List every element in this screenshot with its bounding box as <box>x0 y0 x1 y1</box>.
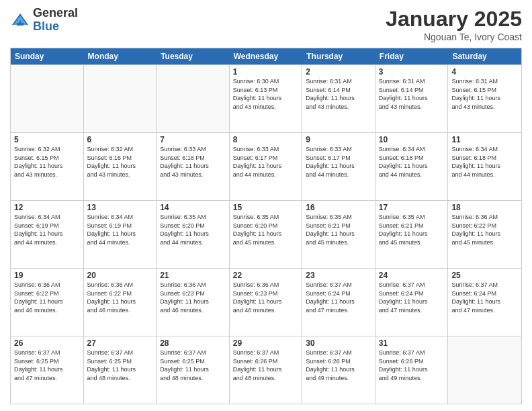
calendar-body: 1Sunrise: 6:30 AM Sunset: 6:13 PM Daylig… <box>11 64 521 404</box>
calendar-cell: 16Sunrise: 6:35 AM Sunset: 6:21 PM Dayli… <box>302 201 375 268</box>
header-day-saturday: Saturday <box>448 48 521 64</box>
day-number: 20 <box>87 271 153 280</box>
calendar-cell: 9Sunrise: 6:33 AM Sunset: 6:17 PM Daylig… <box>302 133 375 200</box>
month-title: January 2025 <box>386 7 522 32</box>
calendar-row-5: 26Sunrise: 6:37 AM Sunset: 6:25 PM Dayli… <box>11 336 521 404</box>
calendar-cell: 3Sunrise: 6:31 AM Sunset: 6:14 PM Daylig… <box>375 65 449 132</box>
header-day-tuesday: Tuesday <box>157 48 230 64</box>
header: General Blue January 2025 Ngouan Te, Ivo… <box>10 7 522 42</box>
page: General Blue January 2025 Ngouan Te, Ivo… <box>0 0 532 411</box>
title-section: January 2025 Ngouan Te, Ivory Coast <box>386 7 522 42</box>
day-number: 31 <box>379 338 445 348</box>
day-number: 3 <box>379 67 445 77</box>
day-info: Sunrise: 6:33 AM Sunset: 6:17 PM Dayligh… <box>306 145 371 179</box>
day-number: 29 <box>233 338 299 348</box>
calendar-row-4: 19Sunrise: 6:36 AM Sunset: 6:22 PM Dayli… <box>11 268 521 336</box>
day-info: Sunrise: 6:36 AM Sunset: 6:22 PM Dayligh… <box>87 281 153 314</box>
day-number: 22 <box>233 271 299 280</box>
day-number: 24 <box>379 271 445 280</box>
calendar-cell: 11Sunrise: 6:34 AM Sunset: 6:18 PM Dayli… <box>448 133 521 200</box>
day-number: 6 <box>87 135 153 144</box>
day-info: Sunrise: 6:34 AM Sunset: 6:18 PM Dayligh… <box>379 145 445 179</box>
logo-general: General <box>33 7 78 20</box>
calendar-cell: 26Sunrise: 6:37 AM Sunset: 6:25 PM Dayli… <box>11 336 84 404</box>
day-number: 23 <box>306 271 371 280</box>
calendar-cell <box>448 336 521 404</box>
day-number: 11 <box>451 135 518 144</box>
day-info: Sunrise: 6:34 AM Sunset: 6:18 PM Dayligh… <box>451 145 518 179</box>
day-number: 25 <box>451 271 518 280</box>
calendar-cell: 12Sunrise: 6:34 AM Sunset: 6:19 PM Dayli… <box>11 201 84 268</box>
day-number: 13 <box>87 203 153 212</box>
calendar-cell: 7Sunrise: 6:33 AM Sunset: 6:16 PM Daylig… <box>157 133 230 200</box>
day-info: Sunrise: 6:36 AM Sunset: 6:22 PM Dayligh… <box>14 281 80 314</box>
day-info: Sunrise: 6:37 AM Sunset: 6:24 PM Dayligh… <box>451 281 518 314</box>
calendar-cell: 29Sunrise: 6:37 AM Sunset: 6:26 PM Dayli… <box>230 336 303 404</box>
day-number: 14 <box>160 203 226 212</box>
day-info: Sunrise: 6:32 AM Sunset: 6:15 PM Dayligh… <box>14 145 80 179</box>
calendar-cell: 14Sunrise: 6:35 AM Sunset: 6:20 PM Dayli… <box>157 201 230 268</box>
calendar-cell <box>11 65 84 132</box>
location: Ngouan Te, Ivory Coast <box>386 32 522 42</box>
day-info: Sunrise: 6:30 AM Sunset: 6:13 PM Dayligh… <box>233 77 299 111</box>
day-number: 27 <box>87 338 153 348</box>
calendar-cell: 15Sunrise: 6:35 AM Sunset: 6:20 PM Dayli… <box>230 201 303 268</box>
calendar: SundayMondayTuesdayWednesdayThursdayFrid… <box>10 48 522 404</box>
calendar-cell: 4Sunrise: 6:31 AM Sunset: 6:15 PM Daylig… <box>448 65 521 132</box>
day-number: 21 <box>160 271 226 280</box>
day-info: Sunrise: 6:32 AM Sunset: 6:16 PM Dayligh… <box>87 145 153 179</box>
day-info: Sunrise: 6:33 AM Sunset: 6:16 PM Dayligh… <box>160 145 226 179</box>
day-info: Sunrise: 6:37 AM Sunset: 6:26 PM Dayligh… <box>233 349 299 382</box>
day-info: Sunrise: 6:34 AM Sunset: 6:19 PM Dayligh… <box>14 213 80 246</box>
day-info: Sunrise: 6:31 AM Sunset: 6:14 PM Dayligh… <box>306 77 371 111</box>
day-info: Sunrise: 6:31 AM Sunset: 6:14 PM Dayligh… <box>379 77 445 111</box>
day-info: Sunrise: 6:35 AM Sunset: 6:20 PM Dayligh… <box>233 213 299 246</box>
day-info: Sunrise: 6:37 AM Sunset: 6:26 PM Dayligh… <box>379 349 445 382</box>
calendar-cell: 25Sunrise: 6:37 AM Sunset: 6:24 PM Dayli… <box>448 269 521 336</box>
logo-icon <box>10 10 30 30</box>
calendar-cell: 27Sunrise: 6:37 AM Sunset: 6:25 PM Dayli… <box>84 336 157 404</box>
day-number: 4 <box>451 67 518 77</box>
calendar-row-2: 5Sunrise: 6:32 AM Sunset: 6:15 PM Daylig… <box>11 132 521 200</box>
calendar-cell: 28Sunrise: 6:37 AM Sunset: 6:25 PM Dayli… <box>157 336 230 404</box>
logo-blue: Blue <box>33 20 78 34</box>
calendar-cell: 2Sunrise: 6:31 AM Sunset: 6:14 PM Daylig… <box>302 65 375 132</box>
day-number: 7 <box>160 135 226 144</box>
day-number: 8 <box>233 135 299 144</box>
day-info: Sunrise: 6:37 AM Sunset: 6:25 PM Dayligh… <box>14 349 80 382</box>
day-info: Sunrise: 6:36 AM Sunset: 6:22 PM Dayligh… <box>451 213 518 246</box>
day-number: 17 <box>379 203 445 212</box>
header-day-friday: Friday <box>375 48 449 64</box>
day-info: Sunrise: 6:37 AM Sunset: 6:25 PM Dayligh… <box>160 349 226 382</box>
calendar-cell: 24Sunrise: 6:37 AM Sunset: 6:24 PM Dayli… <box>375 269 449 336</box>
header-day-thursday: Thursday <box>302 48 375 64</box>
day-number: 1 <box>233 67 299 77</box>
calendar-cell: 19Sunrise: 6:36 AM Sunset: 6:22 PM Dayli… <box>11 269 84 336</box>
day-info: Sunrise: 6:33 AM Sunset: 6:17 PM Dayligh… <box>233 145 299 179</box>
header-day-wednesday: Wednesday <box>230 48 303 64</box>
day-number: 10 <box>379 135 445 144</box>
calendar-cell: 10Sunrise: 6:34 AM Sunset: 6:18 PM Dayli… <box>375 133 449 200</box>
day-number: 5 <box>14 135 80 144</box>
calendar-header: SundayMondayTuesdayWednesdayThursdayFrid… <box>11 48 521 64</box>
day-number: 9 <box>306 135 371 144</box>
calendar-cell: 17Sunrise: 6:35 AM Sunset: 6:21 PM Dayli… <box>375 201 449 268</box>
calendar-cell <box>157 65 230 132</box>
calendar-cell: 21Sunrise: 6:36 AM Sunset: 6:23 PM Dayli… <box>157 269 230 336</box>
calendar-row-3: 12Sunrise: 6:34 AM Sunset: 6:19 PM Dayli… <box>11 200 521 268</box>
header-day-sunday: Sunday <box>11 48 84 64</box>
day-info: Sunrise: 6:35 AM Sunset: 6:21 PM Dayligh… <box>306 213 371 246</box>
day-info: Sunrise: 6:35 AM Sunset: 6:21 PM Dayligh… <box>379 213 445 246</box>
header-day-monday: Monday <box>84 48 157 64</box>
calendar-cell: 22Sunrise: 6:36 AM Sunset: 6:23 PM Dayli… <box>230 269 303 336</box>
calendar-cell <box>84 65 157 132</box>
day-info: Sunrise: 6:37 AM Sunset: 6:24 PM Dayligh… <box>306 281 371 314</box>
calendar-cell: 20Sunrise: 6:36 AM Sunset: 6:22 PM Dayli… <box>84 269 157 336</box>
calendar-cell: 30Sunrise: 6:37 AM Sunset: 6:26 PM Dayli… <box>302 336 375 404</box>
day-info: Sunrise: 6:36 AM Sunset: 6:23 PM Dayligh… <box>233 281 299 314</box>
day-info: Sunrise: 6:35 AM Sunset: 6:20 PM Dayligh… <box>160 213 226 246</box>
day-number: 18 <box>451 203 518 212</box>
calendar-cell: 6Sunrise: 6:32 AM Sunset: 6:16 PM Daylig… <box>84 133 157 200</box>
calendar-cell: 13Sunrise: 6:34 AM Sunset: 6:19 PM Dayli… <box>84 201 157 268</box>
svg-rect-2 <box>17 23 24 26</box>
